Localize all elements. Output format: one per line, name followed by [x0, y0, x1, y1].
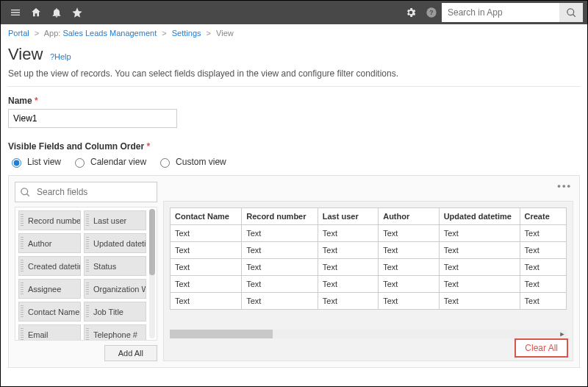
breadcrumb: Portal > App: Sales Leads Management > S… [1, 24, 587, 40]
menu-icon[interactable] [5, 1, 26, 24]
field-chip[interactable]: Updated datetime [84, 233, 146, 253]
field-search-input[interactable] [35, 186, 152, 198]
visible-fields-label: Visible Fields and Column Order * [8, 141, 580, 152]
table-cell: Text [379, 259, 439, 276]
field-chip[interactable]: Telephone # [84, 324, 146, 341]
table-cell: Text [379, 293, 439, 310]
clear-all-button[interactable]: Clear All [514, 338, 568, 358]
breadcrumb-current: View [216, 29, 234, 38]
table-cell: Text [520, 276, 566, 293]
more-icon[interactable]: ••• [557, 180, 572, 191]
radio-custom-view[interactable]: Custom view [157, 156, 226, 168]
table-header[interactable]: Create [520, 208, 566, 225]
field-chip[interactable]: Organization Website [84, 279, 146, 299]
table-cell: Text [318, 276, 378, 293]
field-chip[interactable]: Record number [18, 210, 81, 230]
app-search-button[interactable] [559, 3, 583, 22]
table-cell: Text [242, 259, 318, 276]
table-cell: Text [318, 242, 378, 259]
breadcrumb-portal[interactable]: Portal [8, 29, 29, 38]
table-row: TextTextTextTextTextText [171, 293, 567, 310]
page-description: Set up the view of records. You can sele… [8, 68, 580, 79]
table-header[interactable]: Last user [318, 208, 378, 225]
table-cell: Text [318, 293, 378, 310]
help-link[interactable]: ?Help [50, 52, 71, 61]
table-cell: Text [171, 276, 242, 293]
svg-text:?: ? [429, 9, 433, 16]
add-all-button[interactable]: Add All [104, 345, 157, 361]
grid-hscrollbar[interactable]: ◄ ► [170, 330, 567, 338]
view-name-input[interactable] [8, 109, 177, 128]
star-icon[interactable] [67, 1, 87, 24]
home-icon[interactable] [26, 1, 46, 24]
table-header[interactable]: Author [379, 208, 439, 225]
table-cell: Text [439, 225, 520, 242]
field-chip[interactable]: Created datetime [18, 256, 81, 276]
field-chip[interactable]: Status [84, 256, 146, 276]
field-chip[interactable]: Contact Name [18, 302, 81, 322]
field-search[interactable] [15, 182, 157, 202]
preview-table: Contact NameRecord numberLast userAuthor… [170, 207, 567, 310]
table-cell: Text [379, 276, 439, 293]
table-cell: Text [439, 259, 520, 276]
table-cell: Text [520, 259, 566, 276]
table-cell: Text [242, 276, 318, 293]
table-row: TextTextTextTextTextText [171, 225, 567, 242]
table-row: TextTextTextTextTextText [171, 242, 567, 259]
table-header[interactable]: Updated datetime [439, 208, 520, 225]
table-header[interactable]: Contact Name [171, 208, 242, 225]
table-cell: Text [318, 259, 378, 276]
table-cell: Text [439, 293, 520, 310]
table-cell: Text [379, 242, 439, 259]
table-cell: Text [171, 259, 242, 276]
table-row: TextTextTextTextTextText [171, 276, 567, 293]
breadcrumb-app-prefix: App: [44, 29, 63, 38]
breadcrumb-app[interactable]: Sales Leads Management [62, 29, 157, 38]
table-cell: Text [520, 225, 566, 242]
gear-icon[interactable] [401, 1, 421, 24]
name-label: Name * [8, 96, 580, 106]
table-cell: Text [439, 276, 520, 293]
search-icon [566, 7, 577, 18]
fields-scrollbar-thumb[interactable] [149, 209, 155, 275]
field-chip[interactable]: Author [18, 233, 81, 253]
app-search-input[interactable] [442, 3, 559, 22]
radio-list-view[interactable]: List view [8, 156, 61, 168]
table-cell: Text [242, 293, 318, 310]
table-cell: Text [171, 242, 242, 259]
table-cell: Text [318, 225, 378, 242]
help-icon[interactable]: ? [421, 1, 442, 24]
table-cell: Text [439, 242, 520, 259]
table-cell: Text [520, 293, 566, 310]
field-chip[interactable]: Last user [84, 210, 146, 230]
table-cell: Text [242, 225, 318, 242]
radio-calendar-view[interactable]: Calendar view [71, 156, 146, 168]
search-icon [20, 187, 31, 198]
table-cell: Text [379, 225, 439, 242]
table-cell: Text [520, 242, 566, 259]
field-chip[interactable]: Email [18, 324, 81, 341]
table-cell: Text [171, 225, 242, 242]
table-cell: Text [242, 242, 318, 259]
field-chip[interactable]: Assignee [18, 279, 81, 299]
field-chip[interactable]: Job Title [84, 302, 146, 322]
table-row: TextTextTextTextTextText [171, 259, 567, 276]
bell-icon[interactable] [46, 1, 67, 24]
grid-hscroll-thumb[interactable] [170, 330, 273, 338]
table-header[interactable]: Record number [242, 208, 318, 225]
table-cell: Text [171, 293, 242, 310]
page-title: View [8, 45, 43, 64]
breadcrumb-settings[interactable]: Settings [172, 29, 201, 38]
